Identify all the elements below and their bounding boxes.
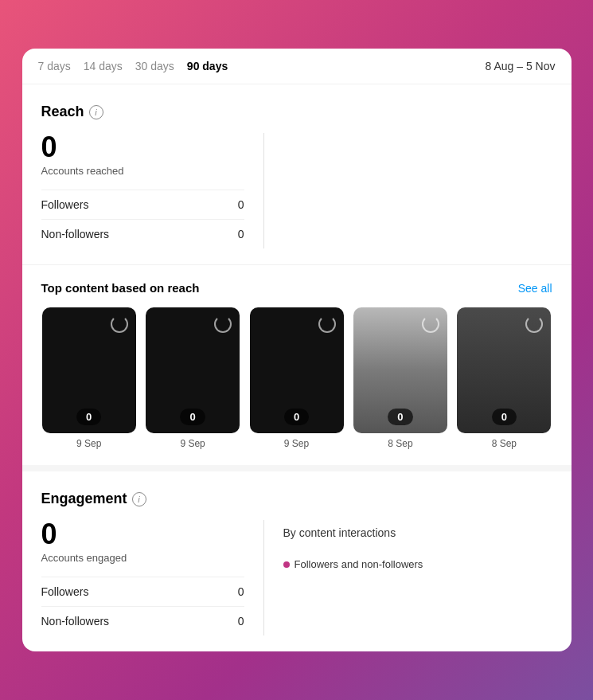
- content-count-1: 0: [76, 409, 101, 425]
- time-options: 7 days 14 days 30 days 90 days: [38, 60, 228, 72]
- reach-big-number: 0: [41, 133, 244, 162]
- spinner-icon-1: [111, 315, 128, 333]
- content-date-2: 9 Sep: [180, 438, 205, 449]
- time-option-90[interactable]: 90 days: [187, 60, 228, 72]
- content-date-3: 9 Sep: [284, 438, 309, 449]
- reach-followers-label: Followers: [41, 198, 89, 211]
- reach-stat-layout: 0 Accounts reached Followers 0 Non-follo…: [41, 133, 552, 248]
- engagement-title: Engagement i: [41, 491, 552, 507]
- time-option-30[interactable]: 30 days: [135, 60, 174, 72]
- reach-followers-row: Followers 0: [41, 190, 244, 219]
- reach-section: Reach i 0 Accounts reached Followers 0 N…: [22, 84, 572, 264]
- content-thumb-2[interactable]: 0: [146, 307, 240, 433]
- legend-dot: [283, 561, 290, 568]
- engagement-stat-layout: 0 Accounts engaged Followers 0 Non-follo…: [41, 520, 552, 635]
- reach-nonfollowers-row: Non-followers 0: [41, 219, 244, 248]
- engagement-nonfollowers-value: 0: [238, 615, 244, 628]
- content-thumb-4[interactable]: 0: [353, 307, 447, 433]
- time-option-14[interactable]: 14 days: [84, 60, 123, 72]
- engagement-followers-row: Followers 0: [41, 577, 244, 606]
- engagement-info-icon[interactable]: i: [132, 492, 146, 506]
- reach-nonfollowers-label: Non-followers: [41, 228, 110, 241]
- reach-followers-value: 0: [238, 198, 244, 211]
- legend-item-followers: Followers and non-followers: [283, 558, 423, 570]
- content-date-4: 8 Sep: [388, 438, 412, 449]
- reach-stat-right: [264, 133, 552, 248]
- date-range: 8 Aug – 5 Nov: [486, 60, 556, 72]
- spinner-icon-4: [422, 315, 439, 333]
- time-option-7[interactable]: 7 days: [38, 60, 71, 72]
- engagement-nonfollowers-label: Non-followers: [41, 615, 110, 628]
- content-count-3: 0: [284, 409, 309, 425]
- spinner-icon-2: [214, 315, 232, 333]
- reach-big-label: Accounts reached: [41, 165, 244, 177]
- content-item-1[interactable]: 0 9 Sep: [41, 307, 137, 449]
- content-date-1: 9 Sep: [76, 438, 101, 449]
- reach-info-icon[interactable]: i: [89, 105, 103, 119]
- engagement-nonfollowers-row: Non-followers 0: [41, 606, 244, 635]
- spinner-icon-3: [318, 315, 336, 333]
- by-interactions-title: By content interactions: [283, 526, 396, 539]
- top-content-title: Top content based on reach: [41, 281, 200, 295]
- content-item-4[interactable]: 0 8 Sep: [353, 307, 448, 449]
- engagement-followers-label: Followers: [41, 585, 89, 598]
- top-content-section: Top content based on reach See all 0 9 S…: [22, 264, 572, 465]
- legend-label: Followers and non-followers: [295, 558, 423, 570]
- reach-title: Reach i: [41, 104, 552, 120]
- content-thumb-1[interactable]: 0: [42, 307, 136, 433]
- spinner-icon-5: [525, 315, 543, 333]
- engagement-big-label: Accounts engaged: [41, 552, 244, 564]
- content-count-2: 0: [180, 409, 205, 425]
- content-thumb-3[interactable]: 0: [250, 307, 344, 433]
- main-card: 7 days 14 days 30 days 90 days 8 Aug – 5…: [22, 49, 572, 651]
- engagement-stat-left: 0 Accounts engaged Followers 0 Non-follo…: [41, 520, 264, 635]
- content-item-2[interactable]: 0 9 Sep: [145, 307, 240, 449]
- content-thumb-5[interactable]: 0: [457, 307, 551, 433]
- content-count-5: 0: [492, 409, 517, 425]
- engagement-followers-value: 0: [238, 585, 244, 598]
- reach-nonfollowers-value: 0: [238, 228, 244, 241]
- content-item-5[interactable]: 0 8 Sep: [456, 307, 552, 449]
- content-date-5: 8 Sep: [492, 438, 517, 449]
- engagement-section: Engagement i 0 Accounts engaged Follower…: [22, 465, 572, 651]
- content-count-4: 0: [388, 409, 412, 425]
- time-bar: 7 days 14 days 30 days 90 days 8 Aug – 5…: [22, 49, 572, 84]
- engagement-big-number: 0: [41, 520, 244, 549]
- top-content-header: Top content based on reach See all: [41, 281, 552, 295]
- see-all-link[interactable]: See all: [518, 282, 552, 295]
- reach-stat-left: 0 Accounts reached Followers 0 Non-follo…: [41, 133, 264, 248]
- content-item-3[interactable]: 0 9 Sep: [248, 307, 344, 449]
- by-interactions-panel: By content interactions Followers and no…: [283, 520, 552, 570]
- engagement-stat-right: By content interactions Followers and no…: [264, 520, 552, 635]
- content-grid: 0 9 Sep 0 9 Sep 0 9 Sep: [41, 307, 552, 449]
